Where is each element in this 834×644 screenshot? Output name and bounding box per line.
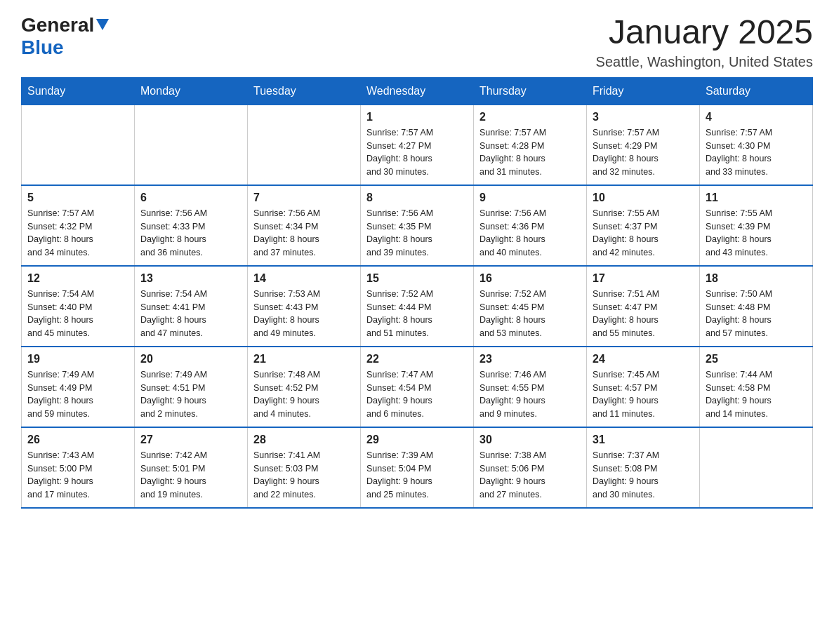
- calendar-cell: 4Sunrise: 7:57 AM Sunset: 4:30 PM Daylig…: [700, 105, 813, 185]
- calendar-cell: 28Sunrise: 7:41 AM Sunset: 5:03 PM Dayli…: [248, 427, 361, 508]
- day-info: Sunrise: 7:44 AM Sunset: 4:58 PM Dayligh…: [706, 368, 807, 421]
- day-info: Sunrise: 7:37 AM Sunset: 5:08 PM Dayligh…: [593, 449, 694, 502]
- day-info: Sunrise: 7:39 AM Sunset: 5:04 PM Dayligh…: [366, 449, 468, 502]
- calendar-cell: 15Sunrise: 7:52 AM Sunset: 4:44 PM Dayli…: [361, 266, 474, 347]
- calendar-week-row: 26Sunrise: 7:43 AM Sunset: 5:00 PM Dayli…: [22, 427, 813, 508]
- calendar-week-row: 1Sunrise: 7:57 AM Sunset: 4:27 PM Daylig…: [22, 105, 813, 185]
- calendar-header-row: SundayMondayTuesdayWednesdayThursdayFrid…: [22, 77, 813, 105]
- day-info: Sunrise: 7:56 AM Sunset: 4:35 PM Dayligh…: [366, 207, 468, 260]
- day-info: Sunrise: 7:57 AM Sunset: 4:27 PM Dayligh…: [366, 126, 468, 179]
- day-info: Sunrise: 7:57 AM Sunset: 4:29 PM Dayligh…: [593, 126, 694, 179]
- day-number: 13: [140, 272, 241, 285]
- day-number: 5: [27, 192, 128, 204]
- calendar-day-header: Saturday: [700, 77, 813, 105]
- day-number: 10: [593, 192, 694, 204]
- calendar-table: SundayMondayTuesdayWednesdayThursdayFrid…: [21, 77, 813, 509]
- calendar-cell: 6Sunrise: 7:56 AM Sunset: 4:33 PM Daylig…: [135, 185, 248, 266]
- day-info: Sunrise: 7:38 AM Sunset: 5:06 PM Dayligh…: [479, 449, 581, 502]
- day-number: 28: [253, 434, 355, 446]
- day-number: 2: [479, 111, 581, 123]
- logo-blue-text: Blue: [21, 36, 64, 58]
- calendar-cell: 3Sunrise: 7:57 AM Sunset: 4:29 PM Daylig…: [587, 105, 700, 185]
- day-info: Sunrise: 7:56 AM Sunset: 4:33 PM Dayligh…: [140, 207, 241, 260]
- day-info: Sunrise: 7:50 AM Sunset: 4:48 PM Dayligh…: [706, 288, 807, 340]
- day-number: 15: [366, 272, 468, 285]
- page-header: General Blue January 2025 Seattle, Washi…: [21, 14, 813, 70]
- calendar-day-header: Monday: [135, 77, 248, 105]
- day-info: Sunrise: 7:54 AM Sunset: 4:41 PM Dayligh…: [140, 288, 241, 340]
- day-number: 27: [140, 434, 241, 446]
- calendar-cell: 17Sunrise: 7:51 AM Sunset: 4:47 PM Dayli…: [587, 266, 700, 347]
- day-info: Sunrise: 7:56 AM Sunset: 4:36 PM Dayligh…: [479, 207, 581, 260]
- day-number: 16: [479, 272, 581, 285]
- calendar-day-header: Friday: [587, 77, 700, 105]
- month-title: January 2025: [596, 14, 813, 51]
- day-number: 6: [140, 192, 241, 204]
- calendar-week-row: 12Sunrise: 7:54 AM Sunset: 4:40 PM Dayli…: [22, 266, 813, 347]
- calendar-cell: [700, 427, 813, 508]
- day-number: 26: [27, 434, 128, 446]
- day-info: Sunrise: 7:47 AM Sunset: 4:54 PM Dayligh…: [366, 368, 468, 421]
- day-number: 12: [27, 272, 128, 285]
- day-info: Sunrise: 7:43 AM Sunset: 5:00 PM Dayligh…: [27, 449, 128, 502]
- calendar-cell: [22, 105, 135, 185]
- day-number: 29: [366, 434, 468, 446]
- calendar-cell: 30Sunrise: 7:38 AM Sunset: 5:06 PM Dayli…: [474, 427, 587, 508]
- calendar-cell: 9Sunrise: 7:56 AM Sunset: 4:36 PM Daylig…: [474, 185, 587, 266]
- day-info: Sunrise: 7:51 AM Sunset: 4:47 PM Dayligh…: [593, 288, 694, 340]
- day-number: 30: [479, 434, 581, 446]
- calendar-day-header: Wednesday: [361, 77, 474, 105]
- calendar-cell: 11Sunrise: 7:55 AM Sunset: 4:39 PM Dayli…: [700, 185, 813, 266]
- calendar-cell: 23Sunrise: 7:46 AM Sunset: 4:55 PM Dayli…: [474, 347, 587, 427]
- day-info: Sunrise: 7:57 AM Sunset: 4:28 PM Dayligh…: [479, 126, 581, 179]
- day-info: Sunrise: 7:55 AM Sunset: 4:39 PM Dayligh…: [706, 207, 807, 260]
- day-number: 24: [593, 353, 694, 365]
- calendar-cell: 25Sunrise: 7:44 AM Sunset: 4:58 PM Dayli…: [700, 347, 813, 427]
- day-number: 18: [706, 272, 807, 285]
- calendar-cell: 22Sunrise: 7:47 AM Sunset: 4:54 PM Dayli…: [361, 347, 474, 427]
- title-block: January 2025 Seattle, Washington, United…: [596, 14, 813, 70]
- day-number: 17: [593, 272, 694, 285]
- day-number: 14: [253, 272, 355, 285]
- calendar-day-header: Tuesday: [248, 77, 361, 105]
- calendar-cell: [248, 105, 361, 185]
- calendar-cell: 27Sunrise: 7:42 AM Sunset: 5:01 PM Dayli…: [135, 427, 248, 508]
- day-number: 1: [366, 111, 468, 123]
- calendar-cell: 31Sunrise: 7:37 AM Sunset: 5:08 PM Dayli…: [587, 427, 700, 508]
- calendar-week-row: 5Sunrise: 7:57 AM Sunset: 4:32 PM Daylig…: [22, 185, 813, 266]
- calendar-cell: 16Sunrise: 7:52 AM Sunset: 4:45 PM Dayli…: [474, 266, 587, 347]
- calendar-cell: 2Sunrise: 7:57 AM Sunset: 4:28 PM Daylig…: [474, 105, 587, 185]
- day-number: 4: [706, 111, 807, 123]
- calendar-cell: 13Sunrise: 7:54 AM Sunset: 4:41 PM Dayli…: [135, 266, 248, 347]
- calendar-cell: 1Sunrise: 7:57 AM Sunset: 4:27 PM Daylig…: [361, 105, 474, 185]
- calendar-cell: 5Sunrise: 7:57 AM Sunset: 4:32 PM Daylig…: [22, 185, 135, 266]
- calendar-cell: 20Sunrise: 7:49 AM Sunset: 4:51 PM Dayli…: [135, 347, 248, 427]
- day-number: 25: [706, 353, 807, 365]
- day-number: 7: [253, 192, 355, 204]
- calendar-day-header: Thursday: [474, 77, 587, 105]
- day-info: Sunrise: 7:56 AM Sunset: 4:34 PM Dayligh…: [253, 207, 355, 260]
- day-info: Sunrise: 7:48 AM Sunset: 4:52 PM Dayligh…: [253, 368, 355, 421]
- day-info: Sunrise: 7:52 AM Sunset: 4:45 PM Dayligh…: [479, 288, 581, 340]
- day-info: Sunrise: 7:54 AM Sunset: 4:40 PM Dayligh…: [27, 288, 128, 340]
- day-info: Sunrise: 7:53 AM Sunset: 4:43 PM Dayligh…: [253, 288, 355, 340]
- day-info: Sunrise: 7:57 AM Sunset: 4:30 PM Dayligh…: [706, 126, 807, 179]
- day-info: Sunrise: 7:55 AM Sunset: 4:37 PM Dayligh…: [593, 207, 694, 260]
- calendar-cell: 18Sunrise: 7:50 AM Sunset: 4:48 PM Dayli…: [700, 266, 813, 347]
- calendar-cell: 26Sunrise: 7:43 AM Sunset: 5:00 PM Dayli…: [22, 427, 135, 508]
- svg-marker-0: [96, 19, 109, 30]
- day-number: 9: [479, 192, 581, 204]
- day-info: Sunrise: 7:46 AM Sunset: 4:55 PM Dayligh…: [479, 368, 581, 421]
- calendar-day-header: Sunday: [22, 77, 135, 105]
- calendar-week-row: 19Sunrise: 7:49 AM Sunset: 4:49 PM Dayli…: [22, 347, 813, 427]
- day-number: 11: [706, 192, 807, 204]
- day-number: 8: [366, 192, 468, 204]
- day-info: Sunrise: 7:49 AM Sunset: 4:51 PM Dayligh…: [140, 368, 241, 421]
- day-number: 22: [366, 353, 468, 365]
- calendar-cell: 10Sunrise: 7:55 AM Sunset: 4:37 PM Dayli…: [587, 185, 700, 266]
- day-info: Sunrise: 7:49 AM Sunset: 4:49 PM Dayligh…: [27, 368, 128, 421]
- logo-general-text: General: [21, 14, 94, 36]
- calendar-cell: 24Sunrise: 7:45 AM Sunset: 4:57 PM Dayli…: [587, 347, 700, 427]
- day-info: Sunrise: 7:45 AM Sunset: 4:57 PM Dayligh…: [593, 368, 694, 421]
- day-number: 31: [593, 434, 694, 446]
